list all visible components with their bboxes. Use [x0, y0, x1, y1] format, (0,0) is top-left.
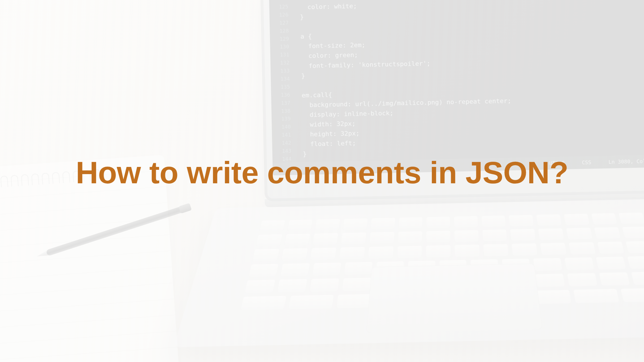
white-overlay	[0, 0, 644, 362]
hero-image: 125 126 127 128 129 130 131 132 133 134 …	[0, 0, 644, 362]
